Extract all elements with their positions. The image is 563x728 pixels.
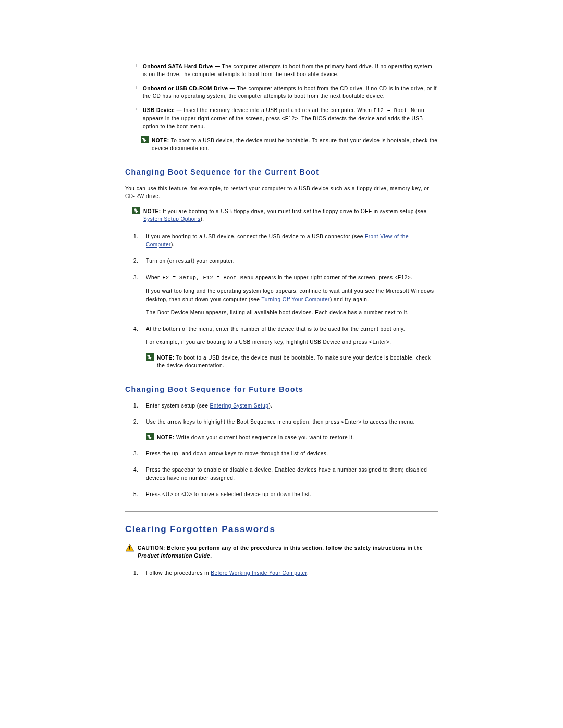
- step-item: Turn on (or restart) your computer.: [133, 257, 438, 265]
- step-post: appears in the upper-right corner of the…: [254, 275, 413, 280]
- note-label: NOTE:: [143, 208, 161, 214]
- item-label: Onboard SATA Hard Drive —: [143, 64, 220, 69]
- para-post: ) and try again.: [330, 297, 369, 302]
- note-icon: [132, 207, 140, 214]
- step-item: Follow the procedures in Before Working …: [133, 569, 438, 577]
- step-post: .: [307, 570, 309, 576]
- step-item: Enter system setup (see Entering System …: [133, 402, 438, 410]
- link-system-setup-options[interactable]: System Setup Options: [143, 216, 201, 222]
- caution-label: CAUTION:: [138, 545, 165, 551]
- list-item: USB Device — Insert the memory device in…: [136, 106, 438, 130]
- step-paragraph: For example, if you are booting to a USB…: [146, 338, 438, 347]
- document-page: Onboard SATA Hard Drive — The computer a…: [63, 0, 500, 577]
- note-icon: [146, 353, 154, 361]
- caution-text: CAUTION: Before you perform any of the p…: [138, 544, 438, 560]
- note-text: NOTE: Write down your current boot seque…: [157, 434, 438, 441]
- item-text-pre: Insert the memory device into a USB port…: [183, 107, 374, 113]
- step-item: At the bottom of the menu, enter the num…: [133, 325, 438, 369]
- step-item: Press <U> or <D> to move a selected devi…: [133, 490, 438, 499]
- step-pre: If you are booting to a USB device, conn…: [146, 233, 365, 239]
- step-text: At the bottom of the menu, enter the num…: [146, 326, 405, 332]
- note-icon: [146, 433, 154, 440]
- caution-block: ! CAUTION: Before you perform any of the…: [125, 544, 438, 560]
- item-text-post: appears in the upper-right corner of the…: [143, 116, 423, 129]
- caution-icon: !: [125, 544, 134, 552]
- section-heading-future-boots: Changing Boot Sequence for Future Boots: [125, 385, 438, 393]
- step-pre: When: [146, 275, 162, 280]
- step-text: Turn on (or restart) your computer.: [146, 258, 235, 264]
- note-text: NOTE: To boot to a USB device, the devic…: [157, 354, 438, 369]
- step-text: Press the up- and down-arrow keys to mov…: [146, 451, 328, 456]
- code-text: F2 = Setup, F12 = Boot Menu: [162, 275, 254, 281]
- caution-pre: Before you perform any of the procedures…: [165, 545, 423, 551]
- step-text: Press the spacebar to enable or disable …: [146, 467, 427, 481]
- item-label: USB Device —: [143, 107, 182, 113]
- step-item: Press the up- and down-arrow keys to mov…: [133, 450, 438, 458]
- section-divider: [125, 511, 438, 512]
- step-paragraph: If you wait too long and the operating s…: [146, 287, 438, 303]
- current-boot-steps: If you are booting to a USB device, conn…: [133, 232, 438, 369]
- note-block: NOTE: To boot to a USB device, the devic…: [141, 137, 438, 152]
- boot-device-options-list: Onboard SATA Hard Drive — The computer a…: [136, 63, 438, 130]
- caution-post: .: [210, 553, 212, 559]
- step-item: Press the spacebar to enable or disable …: [133, 466, 438, 482]
- note-body: Write down your current boot sequence in…: [175, 435, 354, 440]
- step-item: When F2 = Setup, F12 = Boot Menu appears…: [133, 274, 438, 317]
- step-pre: Follow the procedures in: [146, 570, 211, 576]
- note-label: NOTE:: [152, 138, 169, 143]
- step-paragraph: The Boot Device Menu appears, listing al…: [146, 309, 438, 317]
- note-block: NOTE: To boot to a USB device, the devic…: [146, 354, 438, 369]
- step-item: Use the arrow keys to highlight the Boot…: [133, 418, 438, 441]
- note-block: NOTE: Write down your current boot seque…: [146, 434, 438, 441]
- section-heading-clearing-passwords: Clearing Forgotten Passwords: [125, 524, 438, 535]
- note-block: NOTE: If you are booting to a USB floppy…: [132, 207, 438, 223]
- step-post: ).: [268, 403, 272, 409]
- note-label: NOTE:: [157, 435, 175, 440]
- step-text: Press <U> or <D> to move a selected devi…: [146, 491, 311, 497]
- item-label: Onboard or USB CD-ROM Drive —: [143, 85, 235, 91]
- step-pre: Enter system setup (see: [146, 403, 210, 409]
- note-icon: [141, 136, 149, 143]
- step-text: Use the arrow keys to highlight the Boot…: [146, 419, 415, 425]
- clearing-passwords-steps: Follow the procedures in Before Working …: [133, 569, 438, 577]
- note-label: NOTE:: [157, 355, 175, 361]
- step-item: If you are booting to a USB device, conn…: [133, 232, 438, 249]
- caution-italic: Product Information Guide: [138, 553, 210, 559]
- note-body: To boot to a USB device, the device must…: [157, 355, 431, 368]
- list-item: Onboard SATA Hard Drive — The computer a…: [136, 63, 438, 78]
- section-intro: You can use this feature, for example, t…: [125, 184, 438, 200]
- note-body: To boot to a USB device, the device must…: [152, 138, 437, 151]
- code-text: F12 = Boot Menu: [374, 108, 425, 114]
- list-item: Onboard or USB CD-ROM Drive — The comput…: [136, 84, 438, 100]
- link-before-working-inside[interactable]: Before Working Inside Your Computer: [211, 570, 307, 576]
- step-post: ).: [171, 242, 175, 248]
- link-entering-system-setup[interactable]: Entering System Setup: [210, 403, 269, 409]
- note-text: NOTE: To boot to a USB device, the devic…: [152, 137, 438, 152]
- future-boot-steps: Enter system setup (see Entering System …: [133, 402, 438, 499]
- svg-text:!: !: [129, 546, 131, 551]
- note-pre: If you are booting to a USB floppy drive…: [161, 208, 427, 214]
- link-turning-off[interactable]: Turning Off Your Computer: [261, 297, 329, 302]
- note-text: NOTE: If you are booting to a USB floppy…: [143, 207, 438, 223]
- note-post: ).: [201, 216, 204, 222]
- section-heading-current-boot: Changing Boot Sequence for the Current B…: [125, 168, 438, 176]
